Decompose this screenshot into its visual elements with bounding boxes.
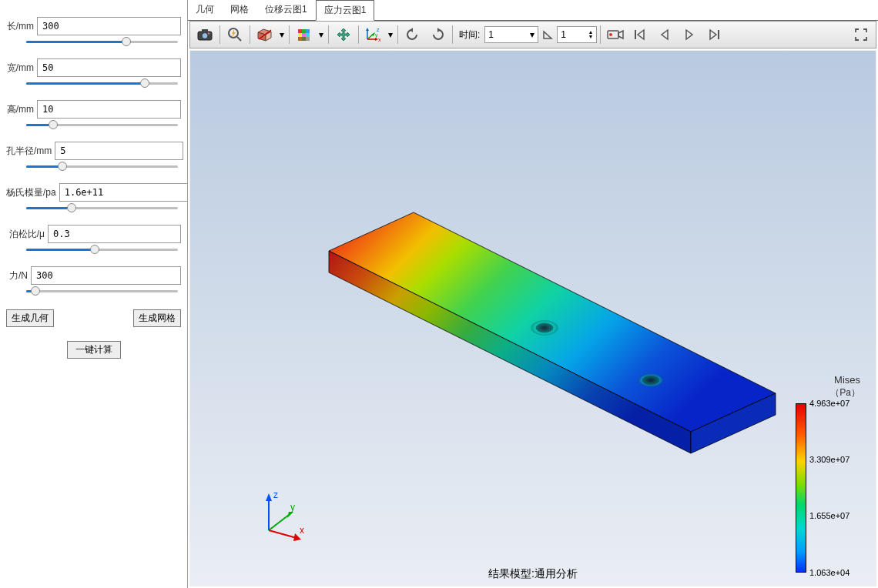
tab-2[interactable]: 位移云图1	[257, 0, 316, 20]
param-slider-4[interactable]	[26, 206, 178, 211]
coordinate-triad: z y x	[256, 487, 312, 543]
svg-marker-25	[410, 28, 413, 32]
param-label-5: 泊松比/μ	[6, 228, 48, 241]
svg-rect-34	[718, 30, 719, 39]
dropdown-icon[interactable]: ▾	[278, 29, 286, 40]
svg-rect-10	[298, 33, 302, 37]
svg-line-5	[237, 37, 241, 41]
svg-rect-29	[635, 30, 636, 39]
generate-mesh-button[interactable]: 生成网格	[133, 309, 181, 327]
dropdown-icon[interactable]: ▾	[317, 29, 325, 40]
skip-last-icon[interactable]	[702, 24, 726, 45]
legend-tick: 1.063e+04	[809, 568, 850, 577]
tab-3[interactable]: 应力云图1	[316, 0, 375, 21]
generate-geometry-button[interactable]: 生成几何	[6, 309, 54, 327]
step-back-icon[interactable]	[653, 24, 676, 45]
param-input-0[interactable]	[37, 17, 181, 35]
sidebar: 长/mm 宽/mm 高/mm 孔半径/mm 杨氏模量/p	[0, 0, 188, 588]
param-label-0: 长/mm	[6, 20, 37, 33]
param-input-5[interactable]	[48, 225, 181, 243]
svg-text:x: x	[300, 525, 304, 536]
param-input-1[interactable]	[37, 58, 181, 77]
move-icon[interactable]	[332, 24, 355, 45]
svg-point-2	[202, 33, 208, 39]
param-slider-5[interactable]	[26, 248, 178, 252]
svg-marker-31	[662, 30, 668, 39]
param-input-3[interactable]	[55, 142, 183, 160]
result-model-label: 结果模型:通用分析	[488, 567, 578, 581]
svg-marker-30	[638, 30, 644, 39]
svg-rect-1	[202, 29, 208, 32]
svg-line-45	[269, 515, 289, 530]
svg-rect-9	[306, 29, 310, 33]
color-legend: Mises （Pa） 4.963e+073.309e+071.655e+071.…	[791, 374, 860, 573]
param-input-6[interactable]	[31, 266, 181, 285]
param-input-2[interactable]	[37, 100, 181, 119]
svg-rect-7	[298, 29, 302, 33]
time-select[interactable]: 1▾	[484, 26, 538, 43]
param-label-1: 宽/mm	[6, 62, 37, 75]
legend-tick: 3.309e+07	[809, 455, 850, 464]
svg-rect-8	[302, 29, 306, 33]
svg-line-48	[269, 530, 297, 538]
param-label-3: 孔半径/mm	[6, 145, 55, 158]
dropdown-icon[interactable]: ▾	[387, 29, 394, 40]
camera-icon[interactable]	[193, 24, 216, 45]
param-slider-1[interactable]	[26, 82, 178, 86]
zoom-lightning-icon[interactable]	[223, 24, 246, 45]
svg-point-28	[609, 33, 612, 36]
record-icon[interactable]	[604, 24, 627, 45]
viewport[interactable]: z y x Mises （Pa） 4.963e+073.309e+071.655…	[189, 50, 876, 586]
param-label-4: 杨氏模量/pa	[6, 186, 59, 199]
svg-point-39	[531, 320, 558, 336]
svg-rect-13	[298, 37, 302, 41]
svg-rect-14	[302, 37, 306, 41]
param-slider-0[interactable]	[26, 40, 178, 45]
param-input-4[interactable]	[59, 183, 188, 202]
svg-text:x: x	[378, 37, 381, 42]
legend-tick: 4.963e+07	[809, 399, 850, 408]
rotate-cw-icon[interactable]	[426, 24, 449, 45]
toolbar: ▾ ▾ zyx ▾ 时间: 1▾	[189, 21, 876, 48]
main: 几何网格位移云图1应力云图1 ▾ ▾	[188, 0, 878, 588]
svg-text:z: z	[377, 27, 380, 32]
svg-marker-43	[266, 493, 272, 501]
compute-button[interactable]: 一键计算	[67, 341, 121, 359]
fullscreen-icon[interactable]	[850, 24, 873, 45]
legend-tick: 1.655e+07	[809, 511, 850, 520]
axis-icon[interactable]: zyx	[362, 24, 385, 45]
skip-first-icon[interactable]	[628, 24, 652, 45]
svg-marker-17	[366, 28, 369, 31]
angle-icon[interactable]	[540, 24, 555, 45]
svg-text:y: y	[290, 502, 295, 513]
svg-marker-26	[437, 28, 441, 32]
play-icon[interactable]	[678, 24, 701, 45]
time-label: 时间:	[459, 28, 480, 42]
svg-marker-32	[686, 30, 692, 39]
stress-contour-plate	[313, 205, 791, 474]
param-slider-3[interactable]	[26, 165, 178, 169]
rotate-ccw-icon[interactable]	[401, 24, 424, 45]
svg-marker-46	[287, 512, 293, 518]
param-slider-2[interactable]	[26, 123, 178, 128]
param-slider-6[interactable]	[26, 289, 178, 294]
cube-slash-icon[interactable]	[253, 24, 276, 45]
tabs: 几何网格位移云图1应力云图1	[188, 0, 878, 21]
svg-marker-33	[710, 30, 716, 39]
color-cube-icon[interactable]	[293, 24, 316, 45]
tab-1[interactable]: 网格	[223, 0, 257, 20]
svg-rect-15	[306, 37, 310, 41]
svg-rect-12	[306, 33, 310, 37]
param-label-2: 高/mm	[6, 103, 37, 116]
svg-point-41	[638, 373, 664, 387]
param-label-6: 力/N	[6, 269, 31, 282]
svg-text:z: z	[273, 489, 278, 500]
tab-0[interactable]: 几何	[188, 0, 223, 20]
angle-select[interactable]: 1 ▲▼	[557, 26, 597, 43]
svg-rect-11	[302, 33, 306, 37]
svg-point-3	[208, 32, 209, 34]
